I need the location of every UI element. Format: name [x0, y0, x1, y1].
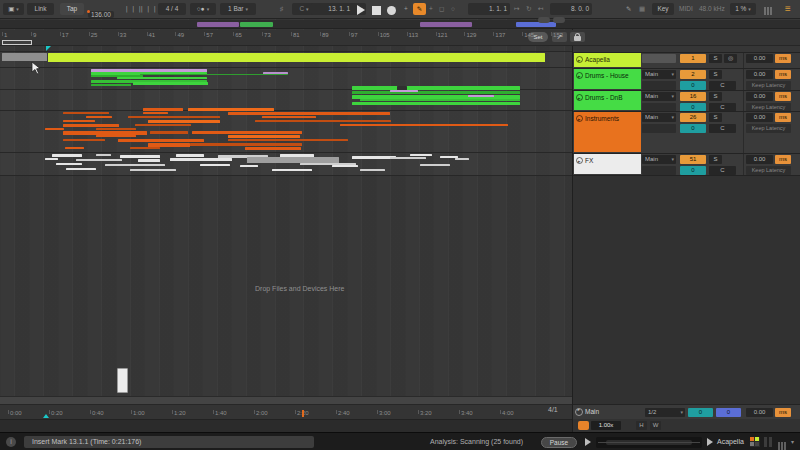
main-crossfade-value[interactable]: 0: [716, 408, 741, 417]
loop-start-display[interactable]: 1. 1. 1: [468, 3, 510, 15]
arrangement-clip[interactable]: [65, 147, 84, 149]
arrangement-clip[interactable]: [170, 158, 232, 161]
main-delay-value[interactable]: 0.00: [746, 408, 773, 417]
arrangement-clip[interactable]: [105, 164, 165, 166]
arm-button[interactable]: ◎: [724, 54, 737, 63]
playback-speed-value[interactable]: 1.00x: [591, 421, 621, 430]
arrangement-clip[interactable]: [48, 53, 545, 62]
arrangement-clip[interactable]: [130, 147, 160, 149]
arrangement-clip[interactable]: [133, 82, 208, 85]
arrangement-clip[interactable]: [228, 139, 348, 141]
track-delay-value[interactable]: 0.00: [746, 70, 773, 79]
draw-mode-button[interactable]: ✎: [413, 3, 426, 15]
next-cue-button[interactable]: [553, 17, 565, 23]
track-volume-value[interactable]: 16: [680, 92, 706, 101]
link-button[interactable]: Link: [27, 3, 54, 15]
arrangement-clip[interactable]: [455, 158, 469, 160]
solo-button[interactable]: S: [709, 155, 722, 164]
arrangement-clip[interactable]: [390, 90, 418, 92]
arrangement-clip[interactable]: [332, 165, 358, 167]
punch-out-icon[interactable]: ↤: [538, 3, 543, 15]
automation-mode-icon[interactable]: ◻: [439, 3, 444, 15]
lock-envelopes-icon[interactable]: ○: [451, 3, 455, 15]
output-routing-select[interactable]: Main▾: [642, 113, 676, 122]
loop-brace[interactable]: [2, 40, 32, 45]
main-grid-select[interactable]: 1/2▾: [645, 408, 685, 417]
arrangement-position-display[interactable]: 13. 1. 1: [311, 3, 353, 15]
delay-unit-badge[interactable]: ms: [775, 113, 791, 122]
track-volume-value[interactable]: 51: [680, 155, 706, 164]
delay-unit-badge[interactable]: ms: [775, 155, 791, 164]
pan-center-button[interactable]: C: [709, 124, 736, 133]
track-fold-icon[interactable]: [576, 157, 583, 164]
arrangement-clip[interactable]: [360, 169, 385, 171]
count-in-icon[interactable]: ❘❘❘: [139, 3, 158, 15]
track-name-cell[interactable]: Acapella: [574, 53, 641, 67]
arrangement-clip[interactable]: [200, 164, 230, 166]
loop-switch-icon[interactable]: ↻: [526, 3, 531, 15]
arrangement-clip[interactable]: [255, 120, 391, 122]
track-pan-value[interactable]: 0: [680, 166, 706, 175]
output-routing-select[interactable]: Main▾: [642, 92, 676, 101]
arrangement-clip[interactable]: [390, 157, 426, 159]
output-routing-select[interactable]: Main▾: [642, 70, 676, 79]
arrangement-clip[interactable]: [188, 108, 274, 111]
track-name-cell[interactable]: Drums - DnB: [574, 91, 641, 110]
arrangement-clip[interactable]: [128, 116, 220, 118]
arrangement-clip[interactable]: [2, 53, 47, 61]
bar-ruler[interactable]: Set ↗ 1917253341495765738189971051131211…: [0, 30, 800, 46]
arrangement-clip[interactable]: [468, 95, 494, 97]
arrangement-clip[interactable]: [352, 91, 520, 94]
keep-latency-button[interactable]: Keep Latency: [746, 166, 791, 175]
arrangement-clip[interactable]: [96, 135, 136, 137]
solo-button[interactable]: S: [709, 70, 722, 79]
preview-play-icon-2[interactable]: [707, 438, 713, 446]
pan-center-button[interactable]: C: [709, 81, 736, 90]
arrangement-clip[interactable]: [263, 72, 288, 74]
solo-button[interactable]: S: [709, 54, 722, 63]
track-pan-value[interactable]: 0: [680, 124, 706, 133]
main-pan-value[interactable]: 0: [688, 408, 713, 417]
track-name-cell[interactable]: Drums - House: [574, 69, 641, 89]
delay-unit-badge[interactable]: ms: [775, 54, 791, 63]
arrangement-clip[interactable]: [262, 116, 316, 118]
track-header-2[interactable]: Drums - HouseMain▾2S0C0.00msKeep Latency: [573, 68, 800, 90]
selected-empty-clip[interactable]: [117, 368, 128, 393]
track-header-5[interactable]: FXMain▾51S0C0.00msKeep Latency: [573, 153, 800, 175]
width-optimize-button[interactable]: W: [650, 421, 661, 430]
delay-unit-badge[interactable]: ms: [775, 92, 791, 101]
track-delay-value[interactable]: 0.00: [746, 92, 773, 101]
arrangement-clip[interactable]: [135, 124, 191, 126]
solo-button[interactable]: S: [709, 92, 722, 101]
track-fold-icon[interactable]: [576, 72, 583, 79]
arrangement-clip[interactable]: [245, 147, 301, 150]
arrangement-clip[interactable]: [228, 135, 300, 138]
keep-latency-button[interactable]: Keep Latency: [746, 81, 791, 90]
arrangement-clip[interactable]: [240, 165, 258, 167]
arrangement-clip[interactable]: [138, 159, 160, 162]
track-delay-value[interactable]: 0.00: [746, 113, 773, 122]
track-volume-value[interactable]: 1: [680, 54, 706, 63]
arrangement-clip[interactable]: [63, 124, 119, 127]
track-delay-value[interactable]: 0.00: [746, 54, 773, 63]
track-fold-icon[interactable]: [576, 56, 583, 63]
track-header-3[interactable]: Drums - DnBMain▾16S0C0.00msKeep Latency: [573, 90, 800, 111]
stop-button[interactable]: [372, 6, 381, 18]
arrangement-clip[interactable]: [91, 84, 131, 86]
arrangement-clip[interactable]: [63, 120, 95, 122]
arrangement-overview[interactable]: [0, 20, 800, 29]
arrangement-clip[interactable]: [130, 169, 176, 171]
track-name-cell[interactable]: Instruments: [574, 112, 641, 152]
speed-icon[interactable]: [578, 421, 589, 430]
arrangement-clip[interactable]: [420, 164, 450, 166]
arrangement-clip[interactable]: [352, 86, 520, 90]
groove-amount-control[interactable]: ○●▾: [190, 3, 216, 15]
arrangement-clip[interactable]: [120, 155, 160, 158]
prev-cue-button[interactable]: [538, 17, 550, 23]
arrangement-clip[interactable]: [140, 74, 288, 75]
arrangement-clip[interactable]: [86, 116, 112, 118]
arrangement-clip[interactable]: [192, 131, 302, 134]
arrangement-clip[interactable]: [45, 128, 64, 130]
track-fold-icon[interactable]: [576, 94, 583, 101]
new-midi-track-icon[interactable]: +: [404, 3, 408, 15]
